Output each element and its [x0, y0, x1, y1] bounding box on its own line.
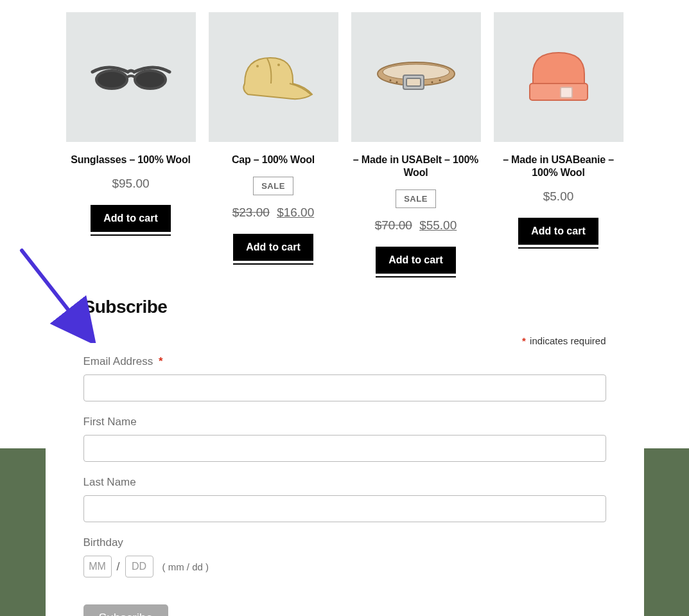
add-to-cart-button[interactable]: Add to cart — [91, 205, 170, 232]
first-name-label: First Name — [83, 416, 606, 428]
birthday-hint: ( mm / dd ) — [162, 561, 209, 572]
last-name-label: Last Name — [83, 476, 606, 489]
product-image — [66, 12, 196, 142]
sale-badge: SALE — [396, 189, 436, 208]
product-title[interactable]: – Made in USABelt – 100% Wool — [351, 154, 481, 179]
page-content: Sunglasses – 100% Wool $95.00 Add to car… — [46, 0, 644, 616]
required-star: * — [522, 335, 526, 346]
product-price: $70.00 $55.00 — [351, 218, 481, 233]
email-label-text: Email Address — [83, 355, 153, 367]
birthday-label: Birthday — [83, 536, 606, 549]
product-card: Sunglasses – 100% Wool $95.00 Add to car… — [66, 12, 196, 274]
product-image — [209, 12, 338, 142]
field-email: Email Address * — [83, 355, 606, 401]
birthday-month-input[interactable] — [83, 556, 112, 577]
svg-rect-12 — [530, 84, 588, 100]
price-original: $70.00 — [375, 218, 412, 232]
required-star: * — [159, 355, 163, 367]
svg-point-8 — [389, 80, 391, 82]
sale-badge: SALE — [253, 177, 293, 195]
product-card: – Made in USABelt – 100% Wool SALE $70.0… — [351, 12, 481, 274]
add-to-cart-button[interactable]: Add to cart — [518, 218, 598, 245]
email-label: Email Address * — [83, 355, 606, 368]
first-name-input[interactable] — [83, 435, 606, 462]
last-name-input[interactable] — [83, 495, 606, 522]
subscribe-section: Subscribe * indicates required Email Add… — [46, 274, 644, 616]
product-price: $5.00 — [494, 189, 624, 204]
subscribe-heading: Subscribe — [83, 297, 606, 317]
price-current: $95.00 — [112, 177, 149, 190]
product-title[interactable]: Cap – 100% Wool — [209, 154, 338, 166]
field-birthday: Birthday / ( mm / dd ) — [83, 536, 606, 577]
add-to-cart-button[interactable]: Add to cart — [233, 234, 313, 261]
svg-point-2 — [256, 65, 259, 67]
field-last-name: Last Name — [83, 476, 606, 522]
product-price: $95.00 — [66, 177, 196, 191]
price-current: $5.00 — [543, 189, 574, 203]
product-card: – Made in USABeanie – 100% Wool $5.00 Ad… — [494, 12, 624, 274]
cap-icon — [229, 48, 318, 106]
belt-icon — [368, 55, 464, 100]
product-title[interactable]: Sunglasses – 100% Wool — [66, 154, 196, 166]
birthday-day-input[interactable] — [125, 556, 153, 577]
svg-point-11 — [439, 80, 440, 82]
birthday-separator: / — [117, 560, 120, 574]
svg-rect-7 — [406, 78, 421, 86]
price-current: $16.00 — [277, 206, 314, 219]
price-original: $23.00 — [232, 206, 270, 219]
svg-rect-13 — [561, 87, 572, 98]
svg-point-1 — [135, 71, 166, 89]
svg-point-10 — [431, 82, 433, 84]
product-card: Cap – 100% Wool SALE $23.00 $16.00 Add t… — [209, 12, 338, 274]
product-title[interactable]: – Made in USABeanie – 100% Wool — [494, 154, 624, 179]
add-to-cart-button[interactable]: Add to cart — [376, 247, 455, 274]
product-image — [494, 12, 624, 142]
required-indicator: * indicates required — [83, 335, 606, 346]
product-price: $23.00 $16.00 — [209, 206, 338, 220]
beanie-icon — [523, 45, 594, 109]
products-row: Sunglasses – 100% Wool $95.00 Add to car… — [46, 0, 644, 274]
sunglasses-icon — [89, 58, 173, 96]
email-input[interactable] — [83, 374, 606, 401]
svg-point-3 — [277, 64, 280, 66]
price-current: $55.00 — [419, 218, 457, 232]
field-first-name: First Name — [83, 416, 606, 462]
required-text: indicates required — [530, 335, 606, 346]
subscribe-button[interactable]: Subscribe — [83, 604, 169, 616]
svg-point-9 — [396, 82, 397, 84]
product-image — [351, 12, 481, 142]
svg-point-0 — [96, 71, 127, 89]
